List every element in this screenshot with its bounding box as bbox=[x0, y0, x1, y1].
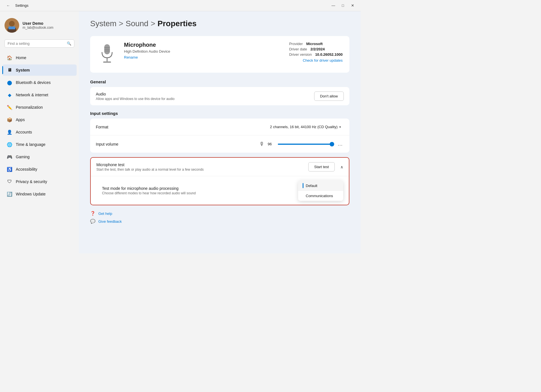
input-settings-title: Input settings bbox=[90, 111, 349, 116]
audio-row: Audio Allow apps and Windows to use this… bbox=[90, 87, 349, 105]
sidebar-item-label: System bbox=[16, 68, 30, 72]
format-value: 2 channels, 16 bit, 44100 Hz (CD Quality… bbox=[270, 125, 338, 129]
sidebar-item-apps[interactable]: 📦 Apps bbox=[2, 114, 77, 125]
driver-version-label: Driver version bbox=[289, 52, 312, 57]
device-name: Microphone bbox=[124, 42, 282, 48]
get-help-link[interactable]: ❓ Get help bbox=[90, 211, 349, 216]
sidebar-item-system[interactable]: 🖥 System bbox=[2, 64, 77, 76]
update-icon: 🔄 bbox=[7, 191, 12, 197]
sidebar-item-accounts[interactable]: 👤 Accounts bbox=[2, 126, 77, 138]
dropdown-item-label: Communications bbox=[306, 194, 333, 198]
sidebar-item-label: Privacy & security bbox=[16, 179, 47, 184]
network-icon: ◆ bbox=[7, 92, 12, 98]
mic-test-sub-row: Test mode for microphone audio processin… bbox=[91, 176, 349, 205]
sidebar-item-home[interactable]: 🏠 Home bbox=[2, 52, 77, 63]
feedback-link[interactable]: 💬 Give feedback bbox=[90, 219, 349, 224]
bluetooth-icon: ⬤ bbox=[7, 80, 12, 85]
volume-thumb bbox=[330, 142, 334, 146]
volume-value: 96 bbox=[268, 142, 274, 146]
maximize-button[interactable]: □ bbox=[339, 2, 347, 9]
check-driver-link[interactable]: Check for driver updates bbox=[303, 58, 343, 63]
volume-title: Input volume bbox=[96, 142, 256, 146]
close-button[interactable]: ✕ bbox=[348, 2, 357, 9]
sidebar-item-update[interactable]: 🔄 Windows Update bbox=[2, 188, 77, 200]
minimize-button[interactable]: — bbox=[329, 2, 338, 9]
sidebar-item-privacy[interactable]: 🛡 Privacy & security bbox=[2, 176, 77, 187]
general-section-title: General bbox=[90, 79, 349, 84]
svg-point-1 bbox=[9, 21, 15, 26]
user-name: User Demo bbox=[23, 21, 54, 26]
breadcrumb: System > Sound > Properties bbox=[90, 19, 349, 28]
title-bar: ← Settings — □ ✕ bbox=[0, 0, 361, 11]
sub-label: Test mode for microphone audio processin… bbox=[102, 186, 295, 195]
sidebar-item-label: Personalization bbox=[16, 105, 43, 110]
sidebar-item-bluetooth[interactable]: ⬤ Bluetooth & devices bbox=[2, 77, 77, 88]
sidebar-item-label: Accessibility bbox=[16, 167, 37, 172]
home-icon: 🏠 bbox=[7, 55, 12, 61]
sidebar-item-time[interactable]: 🌐 Time & language bbox=[2, 139, 77, 150]
sidebar-item-accessibility[interactable]: ♿ Accessibility bbox=[2, 164, 77, 175]
system-icon: 🖥 bbox=[7, 67, 12, 73]
search-icon: 🔍 bbox=[67, 41, 71, 46]
audio-label: Audio Allow apps and Windows to use this… bbox=[96, 92, 311, 101]
input-settings-card: Format 2 channels, 16 bit, 44100 Hz (CD … bbox=[90, 119, 349, 153]
sidebar-item-label: Network & internet bbox=[16, 93, 48, 97]
sidebar-item-label: Windows Update bbox=[16, 192, 46, 196]
avatar bbox=[5, 18, 19, 33]
back-button[interactable]: ← bbox=[4, 2, 12, 9]
driver-date-value: 2/2/2024 bbox=[311, 47, 325, 51]
device-meta: Provider Microsoft Driver date 2/2/2024 … bbox=[289, 42, 343, 63]
user-profile: User Demo m_lab@outlook.com bbox=[0, 16, 79, 37]
sub-title: Test mode for microphone audio processin… bbox=[102, 186, 295, 191]
personalization-icon: ✏️ bbox=[7, 104, 12, 110]
sidebar-item-label: Home bbox=[16, 55, 26, 60]
sidebar-item-gaming[interactable]: 🎮 Gaming bbox=[2, 151, 77, 162]
device-icon bbox=[97, 42, 117, 67]
more-options-icon[interactable]: … bbox=[336, 140, 344, 148]
volume-slider[interactable] bbox=[278, 144, 333, 145]
search-box[interactable]: 🔍 bbox=[5, 39, 74, 48]
audio-title: Audio bbox=[96, 92, 311, 96]
mic-test-header: Microphone test Start the test, then tal… bbox=[91, 158, 349, 176]
dropdown-item-communications[interactable]: Communications bbox=[298, 191, 343, 201]
sidebar-item-network[interactable]: ◆ Network & internet bbox=[2, 89, 77, 101]
start-test-button[interactable]: Start test bbox=[308, 162, 335, 172]
window-controls: — □ ✕ bbox=[329, 2, 357, 9]
breadcrumb-current: Properties bbox=[158, 19, 197, 28]
sidebar-item-personalization[interactable]: ✏️ Personalization bbox=[2, 102, 77, 113]
mic-test-subtitle: Start the test, then talk or play audio … bbox=[96, 168, 305, 172]
footer-links: ❓ Get help 💬 Give feedback bbox=[90, 211, 349, 224]
format-row: Format 2 channels, 16 bit, 44100 Hz (CD … bbox=[90, 119, 349, 135]
volume-row: Input volume 🎙 96 … bbox=[90, 135, 349, 153]
dropdown-menu: Default Communications bbox=[298, 180, 343, 201]
dont-allow-button[interactable]: Don't allow bbox=[314, 92, 344, 101]
help-icon: ❓ bbox=[90, 211, 96, 216]
volume-fill bbox=[278, 144, 331, 145]
search-input[interactable] bbox=[8, 41, 65, 46]
driver-date-label: Driver date bbox=[289, 47, 307, 51]
format-select[interactable]: 2 channels, 16 bit, 44100 Hz (CD Quality… bbox=[267, 123, 344, 131]
sidebar-item-label: Accounts bbox=[16, 130, 32, 134]
sidebar-item-label: Time & language bbox=[16, 142, 45, 147]
svg-rect-3 bbox=[8, 26, 15, 29]
dropdown-item-label: Default bbox=[306, 184, 317, 188]
sub-subtitle: Choose different modes to hear how recor… bbox=[102, 191, 295, 195]
chevron-down-icon: ▾ bbox=[339, 125, 341, 129]
breadcrumb-sound[interactable]: Sound bbox=[126, 19, 148, 28]
mic-test-title: Microphone test bbox=[96, 162, 305, 167]
privacy-icon: 🛡 bbox=[7, 179, 12, 184]
dropdown-item-default[interactable]: Default bbox=[298, 180, 343, 191]
device-rename-link[interactable]: Rename bbox=[124, 55, 282, 59]
chevron-up-icon[interactable]: ∧ bbox=[340, 165, 343, 169]
sidebar-item-label: Gaming bbox=[16, 155, 30, 159]
breadcrumb-system[interactable]: System bbox=[90, 19, 116, 28]
selected-indicator bbox=[303, 183, 303, 188]
get-help-label: Get help bbox=[98, 211, 112, 216]
microphone-icon: 🎙 bbox=[259, 141, 264, 147]
user-info: User Demo m_lab@outlook.com bbox=[23, 21, 54, 30]
provider-label: Provider bbox=[289, 42, 303, 46]
driver-version-value: 10.0.26052.1000 bbox=[315, 52, 343, 57]
main-content: System > Sound > Properties bbox=[79, 11, 361, 253]
device-card: Microphone High Definition Audio Device … bbox=[90, 36, 349, 73]
back-icon: ← bbox=[6, 3, 10, 8]
